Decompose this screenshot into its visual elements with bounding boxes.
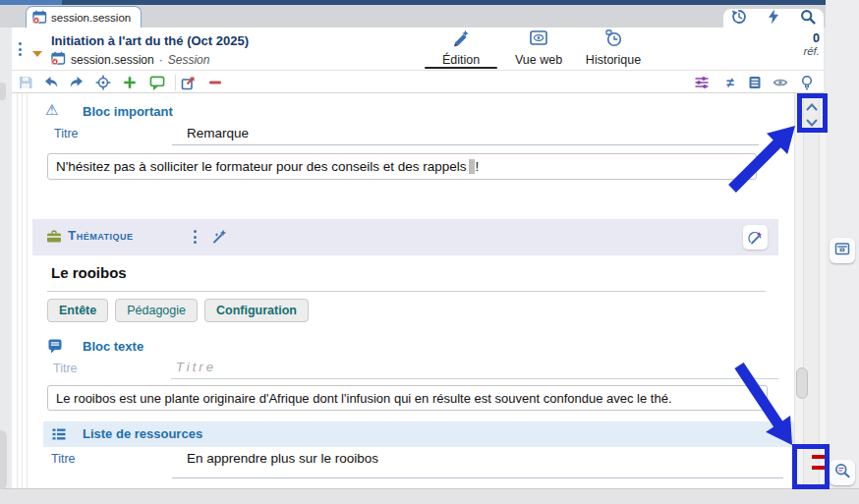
auto-style-wand-button[interactable]	[743, 225, 768, 250]
indent-guide	[22, 93, 23, 488]
archive-box-icon	[834, 241, 850, 260]
magic-wand-icon[interactable]	[211, 229, 227, 248]
search-in-text-button[interactable]	[830, 460, 855, 485]
chevron-down-icon[interactable]	[32, 51, 42, 57]
scrollbar-gutter	[794, 93, 826, 488]
indent-guide	[17, 93, 18, 488]
titre-label: Titre	[51, 452, 76, 466]
add-plus-icon[interactable]	[122, 75, 138, 90]
archive-box-button[interactable]	[830, 238, 855, 263]
document-subtitle: session.session · Session	[51, 51, 209, 68]
titre-input-placeholder[interactable]: Titre	[176, 360, 216, 374]
history-icon[interactable]	[731, 9, 747, 28]
tab-edition-label: Édition	[442, 53, 480, 67]
titre-input-value[interactable]: Remarque	[187, 126, 249, 140]
text-cursor	[469, 159, 475, 174]
annotation-rect-scroll-markers	[792, 444, 830, 489]
body-text: Le rooibos est une plante originaire d'A…	[56, 391, 672, 406]
remove-minus-icon[interactable]	[207, 75, 223, 90]
tab-entete[interactable]: Entête	[47, 299, 108, 322]
titre-input-underline[interactable]	[171, 378, 778, 379]
tab-session-document[interactable]: session.session	[26, 6, 142, 28]
tab-vue-web[interactable]: Vue web	[503, 29, 574, 69]
liste-ressources-label: Liste de ressources	[83, 426, 202, 441]
comment-bubble-icon[interactable]	[149, 75, 165, 90]
locate-target-icon[interactable]	[95, 75, 111, 90]
body-text-tail: !	[476, 159, 480, 174]
document-menu-kebab-icon[interactable]	[19, 42, 22, 56]
body-text: N'hésitez pas à solliciter le formateur …	[56, 159, 467, 174]
indent-guide	[27, 93, 28, 488]
lightbulb-icon[interactable]	[799, 75, 815, 90]
document-file-name: session.session	[71, 53, 154, 67]
redo-icon[interactable]	[69, 75, 85, 90]
tab-pedagogie[interactable]: Pédagogie	[115, 299, 198, 322]
lightning-icon[interactable]	[767, 9, 780, 28]
bloc-important-text-input[interactable]: N'hésitez pas à solliciter le formateur …	[47, 153, 757, 180]
editor-toolbar: ≠	[12, 70, 824, 93]
external-link-icon[interactable]	[181, 75, 197, 90]
thematique-header-band: Thématique	[32, 219, 778, 255]
warning-icon: ⚠	[45, 101, 58, 119]
filter-sliders-icon[interactable]	[694, 75, 710, 90]
left-panel-handle[interactable]	[0, 83, 6, 100]
bloc-texte-text-input[interactable]: Le rooibos est une plante originaire d'A…	[47, 385, 768, 411]
titre-input-underline[interactable]	[172, 477, 783, 478]
not-equal-icon[interactable]: ≠	[722, 75, 738, 90]
magnifier-lines-icon	[834, 463, 851, 483]
tab-title: session.session	[51, 12, 131, 24]
eye-preview-icon[interactable]	[773, 75, 788, 90]
subtitle-separator: ·	[159, 53, 163, 67]
window-bottom-bar	[0, 488, 859, 504]
titre-input-underline[interactable]	[172, 144, 759, 145]
thematique-section: Thématique Le rooib	[32, 219, 794, 488]
tab-vue-web-label: Vue web	[515, 53, 562, 67]
ref-count-label: réf.	[761, 45, 820, 57]
thematique-title: Le rooibos	[51, 264, 127, 281]
stacked-list-icon[interactable]	[747, 75, 763, 90]
titre-input-value[interactable]: En apprendre plus sur le rooibos	[187, 451, 378, 466]
document-type: Session	[168, 53, 210, 67]
reference-counter: 0 réf.	[761, 31, 820, 57]
page-title: Initiation à l'art du thé (Oct 2025)	[51, 33, 249, 48]
save-icon[interactable]	[18, 75, 33, 90]
liste-ressources-header-band: Liste de ressources	[43, 421, 794, 447]
annotation-rect-scroll-chevrons	[797, 93, 828, 133]
briefcase-icon	[46, 230, 62, 248]
web-preview-icon	[529, 29, 548, 51]
pen-icon	[451, 29, 471, 51]
thematique-menu-kebab-icon[interactable]	[194, 230, 197, 244]
undo-icon[interactable]	[43, 75, 59, 90]
scrollbar-thumb[interactable]	[796, 367, 808, 399]
thematique-kicker: Thématique	[68, 228, 134, 243]
title-divider	[47, 291, 766, 292]
quick-actions-area	[723, 9, 824, 28]
resource-list-icon	[51, 427, 67, 445]
document-content: ⚠ Bloc important Titre Remarque N'hésite…	[12, 93, 794, 488]
clock-history-icon	[603, 29, 623, 51]
active-tab-underline	[425, 67, 497, 70]
document-header: Initiation à l'art du thé (Oct 2025) ses…	[12, 28, 824, 93]
titre-label: Titre	[54, 127, 79, 140]
scrollbar-track[interactable]	[803, 93, 820, 488]
tab-historique-label: Historique	[586, 53, 641, 67]
left-panel-handle[interactable]	[0, 430, 7, 489]
app-window: session.session	[0, 0, 859, 504]
text-block-icon	[47, 338, 63, 358]
calendar-error-icon	[32, 10, 47, 26]
tab-historique[interactable]: Historique	[574, 29, 653, 69]
bloc-texte-label: Bloc texte	[83, 339, 143, 354]
tab-configuration[interactable]: Configuration	[204, 299, 309, 322]
ref-count-value: 0	[761, 31, 820, 45]
toolbar-divider	[175, 75, 176, 90]
search-icon[interactable]	[800, 9, 816, 28]
thematique-tab-bar: Entête Pédagogie Configuration	[47, 299, 309, 322]
bloc-important-label: Bloc important	[83, 104, 173, 119]
calendar-error-icon	[51, 51, 66, 68]
titre-label: Titre	[53, 362, 78, 375]
tab-edition[interactable]: Édition	[425, 29, 497, 69]
